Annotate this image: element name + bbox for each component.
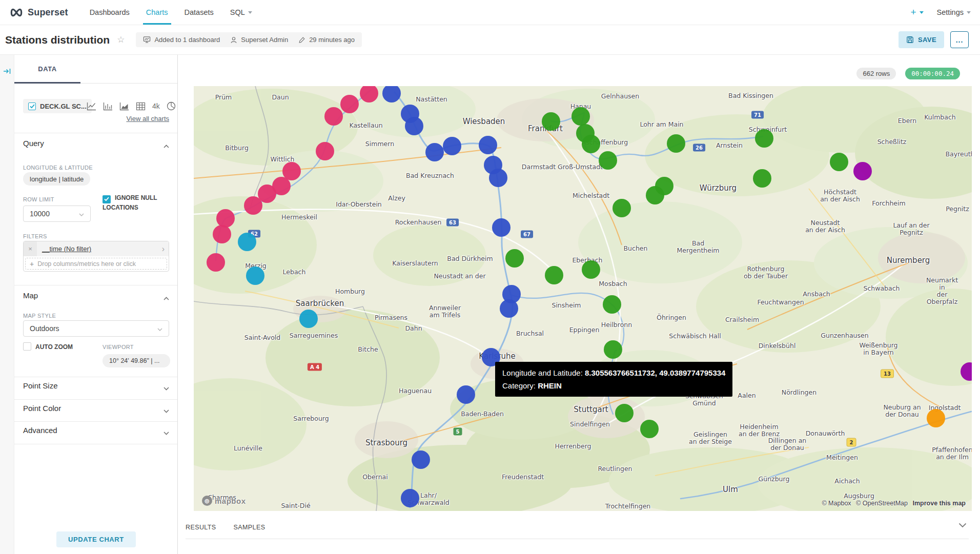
viz-type-chip[interactable]: DECK.GL SC...	[23, 99, 92, 113]
area-chart-icon[interactable]	[119, 102, 129, 111]
collapse-results-icon[interactable]	[958, 521, 967, 530]
save-button[interactable]: SAVE	[899, 31, 944, 48]
improve-map-link[interactable]: Improve this map	[913, 500, 966, 507]
chevron-up-icon[interactable]	[164, 141, 169, 150]
map-point[interactable]	[604, 340, 622, 359]
map-city-label: Sinsheim	[552, 302, 581, 309]
map-city-label: Bad Mergentheim	[677, 240, 719, 254]
map-point[interactable]	[238, 233, 256, 251]
lonlat-value-chip[interactable]: longitude | latitude	[23, 172, 90, 186]
map-point[interactable]	[244, 196, 262, 215]
last-modified[interactable]: 29 minutes ago	[298, 36, 355, 44]
map-point[interactable]	[299, 310, 318, 328]
tab-results[interactable]: RESULTS	[186, 524, 216, 531]
map-point[interactable]	[753, 169, 771, 188]
map-point[interactable]	[582, 260, 600, 279]
map-point[interactable]	[412, 450, 430, 469]
nav-charts[interactable]: Charts	[138, 0, 176, 25]
remove-filter-icon[interactable]: ×	[24, 241, 37, 256]
chevron-down-icon[interactable]	[164, 406, 169, 415]
map-city-label: Lebach	[283, 269, 306, 276]
viz-4k-label[interactable]: 4k	[152, 102, 160, 110]
line-chart-icon[interactable]	[87, 102, 96, 111]
map-section-title: Map	[23, 291, 38, 300]
map-point[interactable]	[443, 137, 461, 155]
map-point[interactable]	[655, 177, 673, 195]
map-point[interactable]	[599, 151, 617, 170]
map-point[interactable]	[542, 112, 560, 131]
chevron-up-icon[interactable]	[164, 293, 169, 302]
auto-zoom-checkbox[interactable]: AUTO ZOOM	[23, 342, 73, 351]
map-point[interactable]	[612, 199, 631, 217]
dashboard-count[interactable]: Added to 1 dashboard	[143, 36, 220, 44]
map-point[interactable]	[615, 404, 634, 422]
ignore-null-checkbox[interactable]: IGNORE NULL LOCATIONS	[103, 194, 173, 212]
chevron-down-icon[interactable]	[164, 428, 169, 437]
chart-owner[interactable]: Superset Admin	[230, 36, 288, 44]
update-chart-button[interactable]: UPDATE CHART	[56, 531, 136, 547]
viewport-value-chip[interactable]: 10° 24' 49.86" | ...	[103, 354, 170, 367]
map-point[interactable]	[216, 209, 235, 228]
pie-chart-icon[interactable]	[167, 101, 176, 111]
section-point-size[interactable]: Point Size	[23, 381, 58, 390]
map-point[interactable]	[853, 162, 872, 180]
road-shield: 67	[521, 231, 533, 238]
bar-chart-icon[interactable]	[103, 102, 113, 111]
expand-panel-icon[interactable]	[3, 67, 11, 77]
map-point[interactable]	[479, 136, 497, 154]
map-city-label: Dinkelsbühl	[759, 342, 796, 350]
map-point[interactable]	[545, 266, 563, 284]
map-point[interactable]	[207, 253, 225, 272]
map-point[interactable]	[246, 266, 264, 285]
map-point[interactable]	[492, 218, 511, 237]
map-city-label: Buchen	[624, 245, 648, 252]
view-all-charts-link[interactable]: View all charts	[126, 115, 169, 122]
tab-samples[interactable]: SAMPLES	[234, 524, 266, 531]
user-icon	[230, 36, 237, 44]
favorite-star-icon[interactable]: ☆	[117, 34, 125, 45]
map-point[interactable]	[582, 135, 600, 153]
settings-menu[interactable]: Settings	[937, 8, 971, 16]
map-point[interactable]	[316, 142, 334, 160]
mapbox-logo[interactable]: ⊕ mapbox	[202, 496, 246, 506]
map-point[interactable]	[324, 107, 343, 126]
chevron-down-icon[interactable]	[164, 383, 169, 393]
map-point[interactable]	[405, 117, 423, 135]
section-advanced[interactable]: Advanced	[23, 426, 57, 435]
query-status: 662 rows 00:00:00.24	[856, 68, 960, 79]
road-shield: 63	[446, 219, 459, 227]
map-point[interactable]	[505, 249, 524, 268]
map-point[interactable]	[401, 489, 419, 507]
section-point-color[interactable]: Point Color	[23, 404, 61, 413]
row-limit-select[interactable]: 10000	[23, 206, 91, 222]
filters-drop-zone[interactable]: + Drop columns/metrics here or click	[25, 258, 167, 270]
map-city-label: Prüm	[215, 94, 232, 101]
nav-dashboards[interactable]: Dashboards	[81, 0, 138, 25]
deckgl-map[interactable]: PrümDaunNastättenGelnhausenBad Kissingen…	[194, 86, 972, 511]
map-point[interactable]	[213, 225, 231, 243]
map-point[interactable]	[571, 107, 590, 126]
map-point[interactable]	[927, 409, 945, 427]
superset-logo[interactable]: Superset	[9, 0, 68, 25]
more-options-button[interactable]: ...	[950, 31, 969, 48]
map-point[interactable]	[340, 95, 359, 113]
viewport-label: VIEWPORT	[103, 344, 134, 350]
map-style-select[interactable]: Outdoors	[23, 320, 169, 337]
map-point[interactable]	[830, 153, 848, 171]
attribution-osm[interactable]: © OpenStreetMap	[856, 500, 908, 507]
map-point[interactable]	[489, 169, 507, 187]
map-point[interactable]	[425, 143, 444, 161]
filter-chip-time[interactable]: × __time (No filter) ›	[24, 241, 169, 256]
map-point[interactable]	[755, 129, 773, 148]
nav-datasets[interactable]: Datasets	[176, 0, 222, 25]
tab-data[interactable]: DATA	[14, 55, 80, 84]
attribution-mapbox[interactable]: © Mapbox	[822, 500, 851, 507]
map-point[interactable]	[500, 299, 518, 318]
map-point[interactable]	[603, 295, 621, 314]
map-point[interactable]	[667, 134, 685, 153]
map-point[interactable]	[457, 385, 475, 404]
map-point[interactable]	[640, 420, 659, 438]
table-icon[interactable]	[136, 102, 146, 111]
nav-sql[interactable]: SQL	[222, 0, 260, 25]
new-item-button[interactable]: +	[910, 7, 923, 18]
